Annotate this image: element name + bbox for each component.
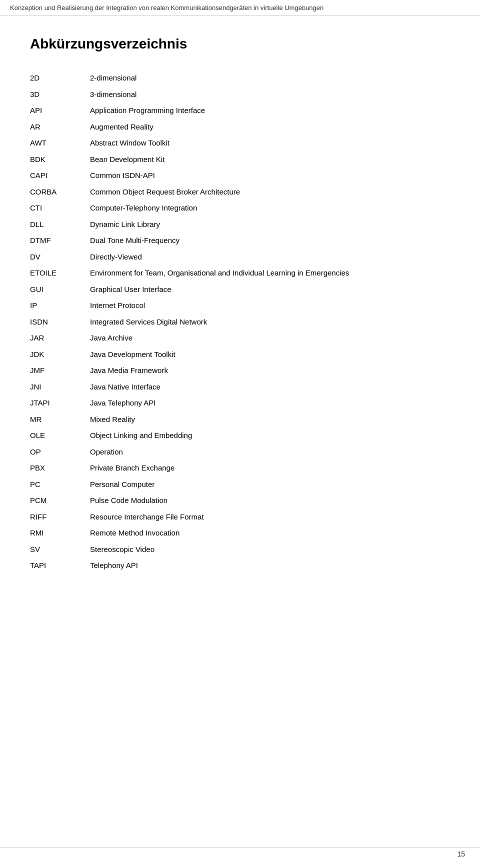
abbreviation-definition: Operation: [90, 444, 450, 460]
table-row: ISDNIntegrated Services Digital Network: [30, 314, 450, 330]
abbreviation-abbr: DV: [30, 249, 90, 266]
abbreviation-abbr: PBX: [30, 460, 90, 476]
abbreviation-definition: Internet Protocol: [90, 298, 450, 314]
table-row: GUIGraphical User Interface: [30, 282, 450, 298]
abbreviation-definition: Object Linking and Embedding: [90, 428, 450, 444]
abbreviation-abbr: DTMF: [30, 232, 90, 249]
table-row: 2D2-dimensional: [30, 70, 450, 86]
abbreviation-definition: Augmented Reality: [90, 119, 450, 136]
abbreviation-abbr: API: [30, 102, 90, 119]
abbreviation-abbr: CTI: [30, 200, 90, 216]
abbreviation-definition: Stereoscopic Video: [90, 542, 450, 558]
abbreviation-definition: Dual Tone Multi-Frequency: [90, 232, 450, 249]
table-row: DLLDynamic Link Library: [30, 216, 450, 233]
abbreviation-abbr: JTAPI: [30, 395, 90, 412]
abbreviation-definition: Graphical User Interface: [90, 282, 450, 298]
abbreviation-definition: Java Media Framework: [90, 362, 450, 379]
abbreviation-definition: 2-dimensional: [90, 70, 450, 86]
abbreviation-abbr: BDK: [30, 152, 90, 168]
table-row: CORBACommon Object Request Broker Archit…: [30, 184, 450, 200]
header-title: Konzeption und Realisierung der Integrat…: [10, 4, 324, 12]
abbreviation-abbr: JDK: [30, 346, 90, 363]
table-row: JTAPIJava Telephony API: [30, 395, 450, 412]
abbreviation-definition: Bean Development Kit: [90, 152, 450, 168]
abbreviation-abbr: TAPI: [30, 558, 90, 574]
abbreviation-abbr: RIFF: [30, 509, 90, 526]
table-row: JNIJava Native Interface: [30, 379, 450, 396]
abbreviation-definition: Personal Computer: [90, 476, 450, 493]
table-row: TAPITelephony API: [30, 558, 450, 574]
table-row: SVStereoscopic Video: [30, 542, 450, 558]
abbreviation-definition: Common Object Request Broker Architectur…: [90, 184, 450, 200]
abbreviation-abbr: JAR: [30, 330, 90, 346]
abbreviation-abbr: CAPI: [30, 168, 90, 184]
table-row: PBXPrivate Branch Exchange: [30, 460, 450, 476]
abbreviation-definition: Abstract Window Toolkit: [90, 135, 450, 152]
page-title: Abkürzungsverzeichnis: [30, 36, 450, 52]
table-row: DTMFDual Tone Multi-Frequency: [30, 232, 450, 249]
abbreviation-abbr: 3D: [30, 86, 90, 103]
abbreviation-definition: Resource Interchange File Format: [90, 509, 450, 526]
table-row: PCPersonal Computer: [30, 476, 450, 493]
abbreviation-definition: Java Telephony API: [90, 395, 450, 412]
table-row: 3D3-dimensional: [30, 86, 450, 103]
table-row: RIFFResource Interchange File Format: [30, 509, 450, 526]
abbreviation-abbr: GUI: [30, 282, 90, 298]
table-row: RMIRemote Method Invocation: [30, 525, 450, 542]
abbreviation-definition: Remote Method Invocation: [90, 525, 450, 542]
page-number: 15: [457, 850, 465, 858]
table-row: ETOILEEnvironment for Team, Organisation…: [30, 265, 450, 282]
abbreviation-definition: Mixed Reality: [90, 412, 450, 428]
abbreviation-definition: Application Programming Interface: [90, 102, 450, 119]
abbreviation-definition: Java Development Toolkit: [90, 346, 450, 363]
abbreviation-abbr: JMF: [30, 362, 90, 379]
table-row: PCMPulse Code Modulation: [30, 492, 450, 509]
abbreviation-abbr: MR: [30, 412, 90, 428]
abbreviation-abbr: IP: [30, 298, 90, 314]
abbreviation-abbr: SV: [30, 542, 90, 558]
abbreviation-definition: Common ISDN-API: [90, 168, 450, 184]
abbreviation-abbr: DLL: [30, 216, 90, 233]
header-bar: Konzeption und Realisierung der Integrat…: [0, 0, 480, 16]
abbreviation-definition: Environment for Team, Organisational and…: [90, 265, 450, 282]
table-row: IPInternet Protocol: [30, 298, 450, 314]
abbreviation-definition: Directly-Viewed: [90, 249, 450, 266]
abbreviation-abbr: AWT: [30, 135, 90, 152]
table-row: AWTAbstract Window Toolkit: [30, 135, 450, 152]
abbreviation-abbr: PCM: [30, 492, 90, 509]
abbreviation-definition: Pulse Code Modulation: [90, 492, 450, 509]
abbreviation-abbr: RMI: [30, 525, 90, 542]
abbreviation-definition: Dynamic Link Library: [90, 216, 450, 233]
table-row: APIApplication Programming Interface: [30, 102, 450, 119]
abbreviation-abbr: ISDN: [30, 314, 90, 330]
table-row: BDKBean Development Kit: [30, 152, 450, 168]
abbreviation-definition: Computer-Telephony Integration: [90, 200, 450, 216]
abbreviation-definition: Java Archive: [90, 330, 450, 346]
abbreviation-definition: 3-dimensional: [90, 86, 450, 103]
abbreviation-definition: Java Native Interface: [90, 379, 450, 396]
abbreviation-abbr: AR: [30, 119, 90, 136]
table-row: JARJava Archive: [30, 330, 450, 346]
table-row: MRMixed Reality: [30, 412, 450, 428]
abbreviation-abbr: ETOILE: [30, 265, 90, 282]
abbreviation-abbr: OLE: [30, 428, 90, 444]
abbreviation-abbr: PC: [30, 476, 90, 493]
abbreviation-abbr: JNI: [30, 379, 90, 396]
table-row: CAPICommon ISDN-API: [30, 168, 450, 184]
table-row: JDKJava Development Toolkit: [30, 346, 450, 363]
abbreviation-abbr: OP: [30, 444, 90, 460]
abbreviation-definition: Private Branch Exchange: [90, 460, 450, 476]
footer-line: [0, 848, 480, 848]
abbreviation-abbr: 2D: [30, 70, 90, 86]
table-row: DVDirectly-Viewed: [30, 249, 450, 266]
abbreviation-definition: Telephony API: [90, 558, 450, 574]
abbreviation-abbr: CORBA: [30, 184, 90, 200]
abbreviation-table: 2D2-dimensional3D3-dimensionalAPIApplica…: [30, 70, 450, 574]
table-row: OPOperation: [30, 444, 450, 460]
table-row: JMFJava Media Framework: [30, 362, 450, 379]
table-row: ARAugmented Reality: [30, 119, 450, 136]
table-row: OLEObject Linking and Embedding: [30, 428, 450, 444]
table-row: CTIComputer-Telephony Integration: [30, 200, 450, 216]
abbreviation-definition: Integrated Services Digital Network: [90, 314, 450, 330]
